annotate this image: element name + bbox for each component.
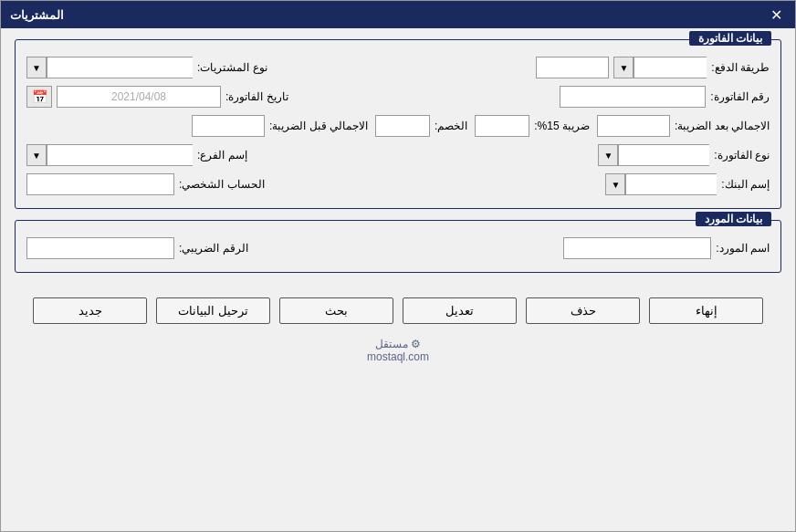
- buttons-row: إنهاء حذف تعديل بحث ترحيل البيانات جديد: [15, 284, 781, 333]
- personal-account-input[interactable]: [26, 173, 174, 195]
- invoice-section: بيانات الفاتورة طريقة الدفع: ▼: [15, 39, 781, 209]
- payment-method-dropdown-btn[interactable]: ▼: [613, 57, 634, 78]
- pre-tax-group: الاجمالي قبل الضريبة:: [192, 115, 368, 137]
- row-totals: الاجمالي بعد الضريبة: ضريبة 15%: الخصم:: [26, 115, 770, 137]
- watermark-subtext: mostaql.com: [367, 350, 429, 363]
- invoice-type-dropdown-btn[interactable]: ▼: [598, 144, 618, 166]
- discount-label: الخصم:: [435, 120, 467, 132]
- post-tax-label: الاجمالي بعد الضريبة:: [675, 120, 770, 132]
- invoice-type-dropdown: ▼: [598, 144, 709, 166]
- new-button[interactable]: جديد: [33, 297, 147, 324]
- supplier-name-label: اسم المورد:: [716, 242, 770, 255]
- watermark-text: مستقل: [375, 338, 408, 350]
- tax-number-input[interactable]: [26, 237, 174, 259]
- payment-method-input[interactable]: [634, 57, 707, 78]
- payment-method-extra[interactable]: [536, 57, 609, 78]
- purchase-type-input[interactable]: [47, 57, 193, 78]
- tax-label: ضريبة 15%:: [534, 120, 590, 132]
- purchase-type-label: نوع المشتريات:: [197, 61, 267, 74]
- bank-name-dropdown-btn[interactable]: ▼: [605, 173, 625, 195]
- invoice-number-input[interactable]: [560, 86, 706, 108]
- supplier-section: بيانات المورد اسم المورد: الرقم الضريبي:: [15, 220, 781, 273]
- personal-account-label: الحساب الشخصي:: [179, 178, 265, 191]
- main-window: ✕ المشتريات بيانات الفاتورة طريقة الدفع:…: [0, 0, 796, 532]
- pre-tax-label: الاجمالي قبل الضريبة:: [269, 120, 368, 132]
- tax-input[interactable]: [475, 115, 529, 137]
- bank-name-dropdown: ▼: [605, 173, 717, 195]
- post-tax-group: الاجمالي بعد الضريبة:: [597, 115, 770, 137]
- exit-button[interactable]: إنهاء: [649, 297, 763, 324]
- branch-name-input[interactable]: [47, 144, 193, 166]
- bank-name-label: إسم البنك:: [721, 178, 770, 191]
- branch-name-dropdown: ▼: [26, 144, 193, 166]
- payment-method-group: طريقة الدفع: ▼: [536, 57, 770, 78]
- payment-method-label: طريقة الدفع:: [711, 61, 770, 74]
- invoice-number-group: رقم الفاتورة:: [560, 86, 770, 108]
- pre-tax-input[interactable]: [192, 115, 265, 137]
- branch-name-group: إسم الفرع: ▼: [26, 144, 247, 166]
- row-supplier: اسم المورد: الرقم الضريبي:: [26, 237, 770, 259]
- invoice-number-label: رقم الفاتورة:: [710, 90, 770, 103]
- supplier-form: اسم المورد: الرقم الضريبي:: [26, 237, 770, 259]
- purchase-type-dropdown-btn[interactable]: ▼: [26, 57, 47, 78]
- supplier-name-group: اسم المورد:: [563, 237, 770, 259]
- invoice-date-group: تاريخ الفاتورة: 📅: [26, 86, 288, 108]
- window-title: المشتريات: [10, 8, 64, 22]
- transfer-button[interactable]: ترحيل البيانات: [156, 297, 270, 324]
- edit-button[interactable]: تعديل: [403, 297, 517, 324]
- invoice-type-label: نوع الفاتورة:: [714, 149, 770, 162]
- tax-group: ضريبة 15%:: [475, 115, 590, 137]
- discount-group: الخصم:: [375, 115, 467, 137]
- invoice-section-legend: بيانات الفاتورة: [689, 31, 771, 46]
- titlebar: ✕ المشتريات: [1, 1, 795, 28]
- row-payment-purchase: طريقة الدفع: ▼ نوع المشتريات: ▼: [26, 57, 770, 78]
- tax-number-label: الرقم الضريبي:: [179, 242, 248, 255]
- bank-name-input[interactable]: [625, 173, 717, 195]
- payment-method-dropdown: ▼: [613, 57, 707, 78]
- close-button[interactable]: ✕: [767, 6, 786, 24]
- delete-button[interactable]: حذف: [526, 297, 640, 324]
- post-tax-input[interactable]: [597, 115, 670, 137]
- invoice-date-label: تاريخ الفاتورة:: [225, 90, 288, 103]
- tax-number-group: الرقم الضريبي:: [26, 237, 248, 259]
- purchase-type-dropdown: ▼: [26, 57, 193, 78]
- watermark-icon: ⚙: [411, 338, 421, 350]
- personal-account-group: الحساب الشخصي:: [26, 173, 265, 195]
- invoice-type-group: نوع الفاتورة: ▼: [598, 144, 770, 166]
- invoice-date-input[interactable]: [57, 86, 221, 108]
- supplier-section-legend: بيانات المورد: [696, 212, 771, 226]
- row-date-number: رقم الفاتورة: تاريخ الفاتورة: 📅: [26, 86, 770, 108]
- purchase-type-group: نوع المشتريات: ▼: [26, 57, 267, 78]
- invoice-type-input[interactable]: [618, 144, 709, 166]
- row-bank-personal: إسم البنك: ▼ الحساب الشخصي:: [26, 173, 770, 195]
- row-branch-invoicetype: نوع الفاتورة: ▼ إسم الفرع: ▼: [26, 144, 770, 166]
- invoice-form: طريقة الدفع: ▼ نوع المشتريات: ▼: [26, 57, 770, 195]
- supplier-name-input[interactable]: [563, 237, 711, 259]
- window-body: بيانات الفاتورة طريقة الدفع: ▼: [1, 28, 795, 379]
- watermark: ⚙ مستقل mostaql.com: [15, 333, 781, 368]
- discount-input[interactable]: [375, 115, 430, 137]
- calendar-button[interactable]: 📅: [26, 86, 52, 108]
- branch-name-dropdown-btn[interactable]: ▼: [26, 144, 47, 166]
- search-button[interactable]: بحث: [279, 297, 393, 324]
- branch-name-label: إسم الفرع:: [197, 149, 247, 162]
- bank-name-group: إسم البنك: ▼: [605, 173, 770, 195]
